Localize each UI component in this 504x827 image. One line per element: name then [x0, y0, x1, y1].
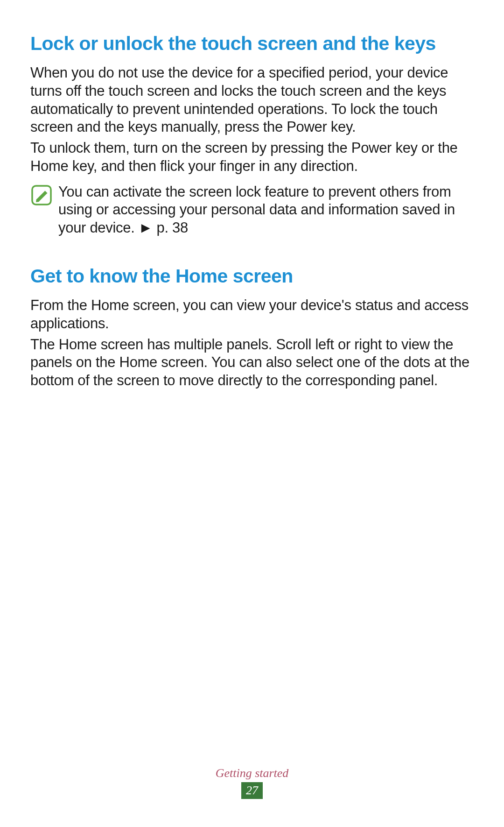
page-reference: ► p. 38 — [139, 219, 188, 236]
body-paragraph: The Home screen has multiple panels. Scr… — [30, 336, 476, 390]
body-paragraph: From the Home screen, you can view your … — [30, 297, 476, 333]
note-body: You can activate the screen lock feature… — [58, 184, 455, 236]
footer-section-name: Getting started — [0, 766, 504, 780]
page-footer: Getting started 27 — [0, 766, 504, 799]
section-heading-home-screen: Get to know the Home screen — [30, 265, 476, 287]
section-heading-lock-unlock: Lock or unlock the touch screen and the … — [30, 33, 476, 55]
note-text: You can activate the screen lock feature… — [58, 183, 476, 237]
body-paragraph: When you do not use the device for a spe… — [30, 64, 476, 136]
note-block: You can activate the screen lock feature… — [30, 183, 476, 237]
body-paragraph: To unlock them, turn on the screen by pr… — [30, 139, 476, 176]
page-number: 27 — [241, 782, 263, 799]
note-icon — [30, 184, 53, 206]
